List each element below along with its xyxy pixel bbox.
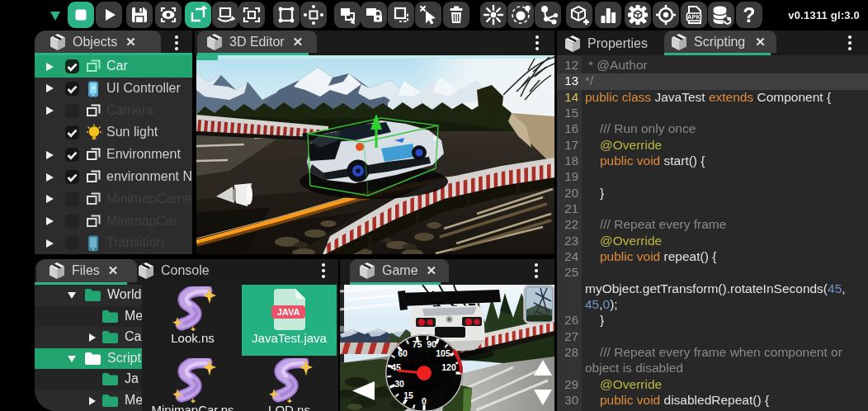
svg-text:60: 60 [398, 348, 408, 358]
svg-text:105: 105 [436, 348, 451, 358]
svg-text:0: 0 [422, 396, 427, 406]
svg-text:30: 30 [394, 379, 404, 389]
svg-text:120: 120 [441, 362, 456, 372]
svg-text:APK: APK [687, 13, 701, 21]
svg-text:JAVA: JAVA [277, 307, 300, 317]
svg-text:15: 15 [403, 390, 413, 400]
svg-text:75: 75 [413, 339, 422, 349]
svg-text:90: 90 [427, 339, 436, 349]
svg-text:?: ? [743, 3, 755, 26]
